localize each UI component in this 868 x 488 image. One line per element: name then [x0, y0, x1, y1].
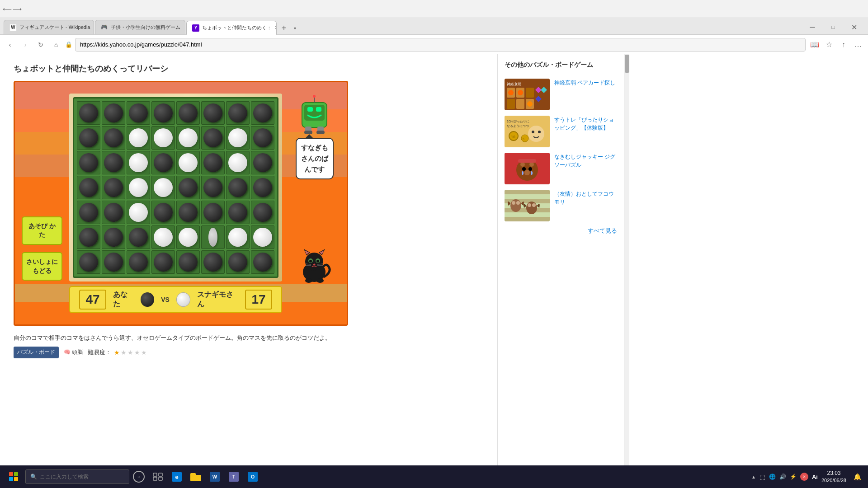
system-clock[interactable]: 23:03 2020/06/28 [821, 469, 846, 484]
favorites-icon[interactable]: ☆ [823, 38, 835, 51]
board-cell[interactable] [251, 201, 274, 224]
settings-icon[interactable]: … [852, 38, 864, 51]
board-cell[interactable] [251, 225, 274, 249]
tablet-mode-icon[interactable]: ⬚ [760, 473, 765, 480]
board-cell[interactable] [77, 225, 100, 249]
home-btn[interactable]: ⌂ [50, 38, 62, 51]
board-cell[interactable] [127, 101, 150, 125]
board-cell[interactable] [201, 201, 225, 224]
refresh-btn[interactable]: ↻ [34, 38, 47, 51]
board-cell[interactable] [77, 151, 100, 174]
address-input[interactable] [75, 38, 806, 52]
close-window-btn[interactable]: ✕ [844, 20, 864, 34]
board-cell[interactable] [151, 201, 175, 224]
see-all-link[interactable]: すべて見る [505, 227, 617, 235]
edge-taskbar-btn[interactable]: e [168, 468, 185, 485]
board-cell[interactable] [201, 250, 225, 274]
board-cell[interactable] [102, 225, 125, 249]
folder-taskbar-btn[interactable] [187, 468, 204, 485]
sidebar-game-4[interactable]: （友情）おとしてフコウモリ [505, 190, 617, 221]
board-cell[interactable] [151, 250, 175, 274]
board-cell[interactable] [77, 101, 100, 125]
board-cell[interactable] [127, 151, 150, 174]
game-board[interactable] [73, 97, 278, 278]
forward-icon[interactable]: ⟶ [14, 5, 21, 13]
board-cell[interactable] [251, 101, 274, 125]
board-cell[interactable] [226, 225, 250, 249]
taskbar-search-input[interactable] [40, 474, 117, 480]
board-cell[interactable] [151, 126, 175, 150]
board-cell[interactable] [251, 250, 274, 274]
tab-wikipedia[interactable]: W フィギュアスケート - Wikipedia [4, 20, 94, 34]
board-cell[interactable] [226, 250, 250, 274]
board-cell[interactable] [151, 151, 175, 174]
cortana-btn[interactable]: ○ [130, 468, 147, 485]
board-cell[interactable] [176, 126, 200, 150]
tab-kids-game[interactable]: 🎮 子供・小学生向けの無料ゲーム [95, 20, 185, 34]
board-cell[interactable] [77, 126, 100, 150]
board-cell[interactable] [201, 101, 225, 125]
word-taskbar-btn[interactable]: W [206, 468, 223, 485]
tab-current[interactable]: Y ちょボットと仲間たちのめく： ✕ [186, 21, 277, 35]
board-cell[interactable] [226, 201, 250, 224]
tab-close-btn[interactable]: ✕ [274, 25, 277, 31]
outlook-taskbar-btn[interactable]: O [244, 468, 261, 485]
tray-overflow-btn[interactable]: ▲ [751, 474, 756, 479]
notification-btn[interactable]: 🔔 [850, 469, 864, 484]
tray-x-btn[interactable]: ✕ [800, 473, 808, 481]
board-cell[interactable] [102, 176, 125, 199]
board-cell[interactable] [251, 176, 274, 199]
board-cell[interactable] [127, 250, 150, 274]
board-cell[interactable] [226, 151, 250, 174]
board-cell[interactable] [201, 126, 225, 150]
window-controls[interactable]: ⟵ ⟶ [4, 5, 21, 13]
board-cell[interactable] [226, 176, 250, 199]
board-cell[interactable] [151, 225, 175, 249]
board-cell[interactable] [102, 126, 125, 150]
scrollbar-thumb[interactable] [625, 55, 629, 73]
board-cell[interactable] [176, 250, 200, 274]
reading-view-icon[interactable]: 📖 [808, 38, 821, 51]
board-cell[interactable] [127, 225, 150, 249]
board-cell[interactable] [176, 101, 200, 125]
battery-icon[interactable]: ⚡ [790, 474, 797, 480]
board-cell[interactable] [102, 201, 125, 224]
tab-dropdown-btn[interactable]: ▾ [290, 22, 299, 34]
board-cell[interactable] [201, 225, 225, 249]
board-cell[interactable] [127, 126, 150, 150]
new-tab-btn[interactable]: + [278, 22, 290, 34]
minimize-btn[interactable]: ─ [802, 20, 823, 34]
board-cell[interactable] [127, 201, 150, 224]
maximize-btn[interactable]: □ [823, 20, 844, 34]
back-forward-icon[interactable]: ⟵ [4, 5, 11, 13]
board-cell[interactable] [201, 176, 225, 199]
board-cell[interactable] [226, 101, 250, 125]
board-cell[interactable] [102, 250, 125, 274]
board-cell[interactable] [77, 250, 100, 274]
forward-btn[interactable]: › [19, 38, 32, 51]
task-view-btn[interactable] [149, 468, 166, 485]
board-cell[interactable] [176, 225, 200, 249]
taskbar-search[interactable]: 🔍 [25, 469, 129, 484]
board-cell[interactable] [151, 176, 175, 199]
board-cell[interactable] [176, 176, 200, 199]
volume-icon[interactable]: 🔊 [779, 474, 786, 480]
board-cell[interactable] [77, 201, 100, 224]
how-to-play-btn[interactable]: あそび かた [22, 216, 62, 245]
board-cell[interactable] [251, 151, 274, 174]
board-cell[interactable] [102, 101, 125, 125]
board-cell[interactable] [77, 176, 100, 199]
board-cell[interactable] [251, 126, 274, 150]
board-cell[interactable] [226, 126, 250, 150]
board-cell[interactable] [176, 151, 200, 174]
board-cell[interactable] [127, 176, 150, 199]
board-cell[interactable] [176, 201, 200, 224]
back-btn[interactable]: ‹ [4, 38, 16, 51]
sidebar-game-3[interactable]: なきむしジャッキー ジグソーパズル [505, 153, 617, 184]
board-cell[interactable] [102, 151, 125, 174]
share-icon[interactable]: ↑ [837, 38, 850, 51]
restart-btn[interactable]: さいしょに もどる [22, 252, 62, 281]
scrollbar[interactable] [624, 54, 629, 465]
sidebar-game-1[interactable]: 神経衰弱 神経衰弱 ペアカード [505, 79, 617, 110]
sidebar-game-2[interactable]: 10円ぴったりに なるようにつつ 10 5 すうトレ「ぴったりショッピング」【体… [505, 116, 617, 147]
